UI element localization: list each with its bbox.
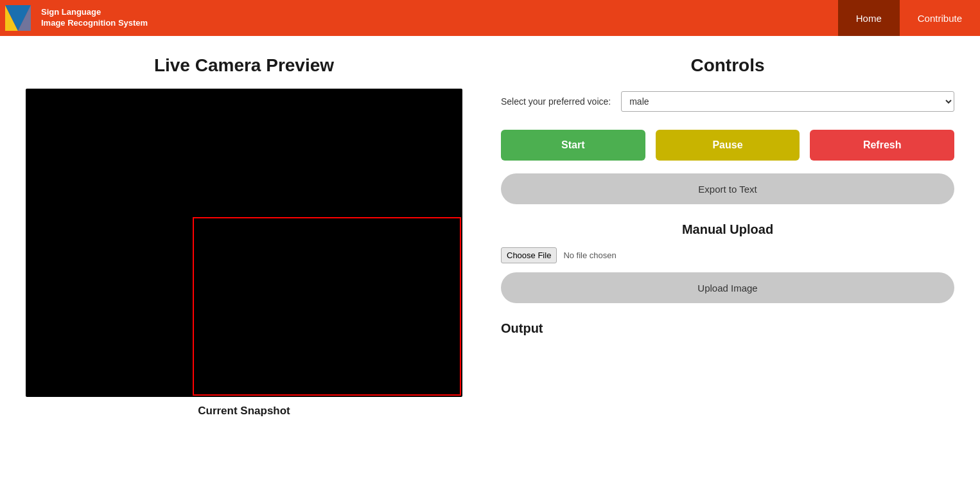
left-panel: Live Camera Preview Current Snapshot — [26, 55, 462, 417]
nav-contribute[interactable]: Contribute — [900, 0, 980, 36]
logo-icon — [4, 4, 32, 32]
control-buttons-row: Start Pause Refresh — [501, 130, 954, 161]
voice-select[interactable]: male female — [621, 91, 954, 112]
logo — [0, 0, 36, 36]
camera-preview-area — [26, 89, 462, 397]
camera-preview-title: Live Camera Preview — [154, 55, 334, 76]
snapshot-rect — [193, 217, 461, 396]
export-button[interactable]: Export to Text — [501, 173, 954, 204]
start-button[interactable]: Start — [501, 130, 645, 161]
manual-upload-title: Manual Upload — [501, 222, 954, 237]
nav-home[interactable]: Home — [838, 0, 900, 36]
file-chosen-text: No file chosen — [563, 250, 616, 260]
voice-label: Select your preferred voice: — [501, 96, 611, 107]
main-content: Live Camera Preview Current Snapshot Con… — [0, 36, 980, 437]
pause-button[interactable]: Pause — [656, 130, 800, 161]
upload-image-button[interactable]: Upload Image — [501, 272, 954, 303]
snapshot-label: Current Snapshot — [198, 405, 290, 417]
app-header: Sign Language Image Recognition System H… — [0, 0, 980, 36]
app-title: Sign Language Image Recognition System — [36, 7, 838, 29]
voice-row: Select your preferred voice: male female — [501, 91, 954, 112]
main-nav: Home Contribute — [838, 0, 980, 36]
controls-title: Controls — [501, 55, 954, 76]
output-title: Output — [501, 321, 954, 336]
refresh-button[interactable]: Refresh — [810, 130, 954, 161]
file-row: Choose File No file chosen — [501, 247, 954, 263]
right-panel: Controls Select your preferred voice: ma… — [501, 55, 954, 417]
choose-file-button[interactable]: Choose File — [501, 247, 557, 263]
